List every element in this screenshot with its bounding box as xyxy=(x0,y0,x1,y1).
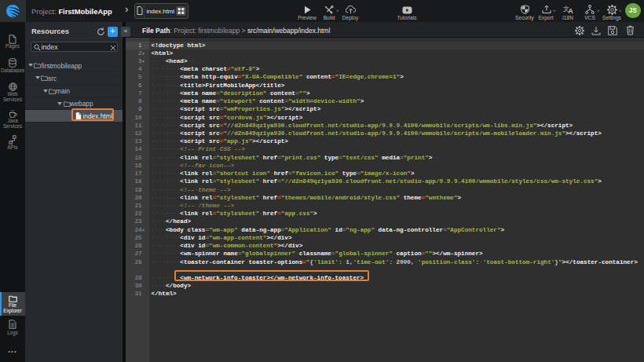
svg-text:A: A xyxy=(568,7,573,14)
